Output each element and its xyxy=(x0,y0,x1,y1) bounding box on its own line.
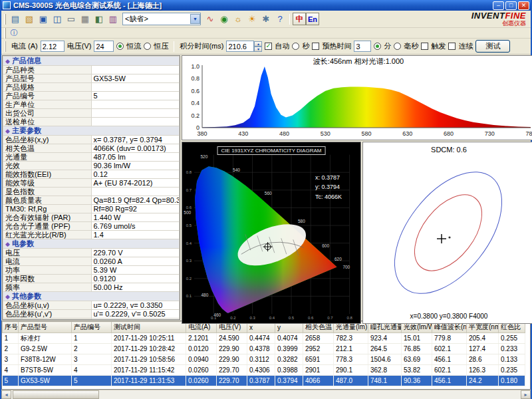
titlebar: CMS-3000S 光色电综合测试系统 - [上海德士] – □ ✕ xyxy=(1,0,531,11)
info-value[interactable]: A+ (EU 874-2012) xyxy=(91,179,180,188)
svg-text:430: 430 xyxy=(238,130,248,137)
info-icon[interactable]: ⓘ xyxy=(9,29,19,38)
results-column-header[interactable]: 序号 xyxy=(3,322,19,333)
close-button[interactable]: ✕ xyxy=(518,1,529,10)
sdcm-outer-ellipse xyxy=(373,153,523,313)
gear-icon[interactable]: ✱ xyxy=(259,13,273,26)
table-row[interactable]: 3F38T8-12W32017-11-29 10:58:560.0940229.… xyxy=(3,354,525,365)
scroll-right-icon[interactable]: ▸ xyxy=(521,390,531,399)
info-value[interactable]: 577.9 nm xyxy=(91,319,180,321)
svg-text:0.8: 0.8 xyxy=(191,75,200,82)
info-label: 产品编号 xyxy=(3,92,92,100)
info-value[interactable]: 487.05 lm xyxy=(91,153,180,162)
milliseconds-radio[interactable] xyxy=(394,43,401,50)
table-cell: 2.1201 xyxy=(186,333,217,344)
preset-dropdown[interactable]: <缺省> ▼ xyxy=(122,13,201,25)
table-cell: 3 xyxy=(3,354,19,365)
info-label: 生产单位 xyxy=(3,100,92,109)
test-button[interactable]: 测试 xyxy=(475,40,510,53)
table-cell: 362.8 xyxy=(368,365,402,376)
sun-icon[interactable]: ☀ xyxy=(245,13,259,26)
save-all-icon[interactable]: ◫ xyxy=(51,13,64,26)
constant-voltage-radio[interactable] xyxy=(144,43,151,50)
info-value[interactable] xyxy=(91,100,180,109)
preheat-input[interactable] xyxy=(354,41,371,52)
info-value[interactable] xyxy=(91,188,180,196)
new-file-icon[interactable]: ▤ xyxy=(9,13,22,26)
scrollbar-thumb[interactable] xyxy=(13,390,99,399)
info-value[interactable]: 1.440 W xyxy=(91,213,180,222)
lang-chinese-button[interactable]: 中 xyxy=(293,13,306,25)
info-value[interactable] xyxy=(91,66,180,74)
section-icon: ◆ xyxy=(5,58,10,65)
table-cell: 1504.6 xyxy=(368,354,402,365)
chart-icon[interactable]: ▥ xyxy=(106,13,120,26)
results-column-header[interactable]: 产品编号 xyxy=(72,322,112,333)
table-row[interactable]: 2G9-2.5W22017-11-29 10:28:420.0120229.90… xyxy=(3,344,525,354)
table-cell: 212.1 xyxy=(334,344,368,354)
cie-icon[interactable]: ◉ xyxy=(217,13,231,26)
integration-time-input[interactable] xyxy=(226,41,254,52)
sdcm-target-cross xyxy=(437,234,446,243)
constant-current-radio[interactable] xyxy=(116,43,124,50)
auto-checkbox[interactable] xyxy=(265,43,272,50)
preheat-checkbox[interactable] xyxy=(312,43,319,50)
print-icon[interactable]: ▭ xyxy=(65,13,78,26)
info-value[interactable] xyxy=(91,109,180,118)
info-value[interactable] xyxy=(91,83,180,92)
info-value[interactable]: 0.9120 xyxy=(91,275,180,283)
current-input[interactable] xyxy=(41,41,65,52)
minimize-button[interactable]: – xyxy=(493,1,504,10)
lamp-icon[interactable]: ☼ xyxy=(231,13,245,26)
scroll-left-icon[interactable]: ◂ xyxy=(1,390,11,399)
info-label: 红光蓝光光比(R/B) xyxy=(3,231,92,239)
info-label: 电流 xyxy=(3,257,92,266)
info-value[interactable]: Qa=81.9 Qf=82.4 Qp=80.3 Qg=90.1 xyxy=(91,196,180,205)
info-value[interactable]: 50.00 Hz xyxy=(91,283,180,292)
info-value[interactable]: 229.70 V xyxy=(91,249,180,257)
info-value[interactable]: 90.36 lm/W xyxy=(91,162,180,170)
help-icon[interactable]: ? xyxy=(273,13,287,26)
maximize-button[interactable]: □ xyxy=(505,1,517,10)
results-column-header[interactable]: 测试时间 xyxy=(112,322,186,333)
info-row: 光通量487.05 lm xyxy=(3,153,180,162)
info-row: 光合光子通量 (PPF)6.769 umol/s xyxy=(3,222,180,231)
open-file-icon[interactable]: ▧ xyxy=(23,13,36,26)
continuous-checkbox[interactable] xyxy=(448,43,456,50)
info-value[interactable]: 6.769 umol/s xyxy=(91,222,180,231)
horizontal-scrollbar[interactable]: ◂ ▸ xyxy=(1,390,531,399)
seconds-radio[interactable] xyxy=(292,43,299,50)
spectrum-icon[interactable]: ∿ xyxy=(203,13,217,26)
cie-diagram-panel: 0.10.20.30.40.50.60.70.80.10.20.30.40.50… xyxy=(182,142,361,324)
info-value[interactable]: 0.0260 A xyxy=(91,257,180,266)
table-cell: 0.0940 xyxy=(186,354,217,365)
info-value[interactable] xyxy=(91,118,180,126)
info-value[interactable]: 5.39 W xyxy=(91,266,180,275)
lang-english-button[interactable]: En xyxy=(306,13,319,25)
spin-down-icon[interactable]: ▾ xyxy=(254,47,262,52)
toolbar-grip xyxy=(4,28,6,39)
logo-text: INVENTFINE xyxy=(471,11,526,21)
minutes-radio[interactable] xyxy=(374,43,381,50)
info-value[interactable]: GX53-5W xyxy=(91,74,180,83)
table-row[interactable]: 1标准灯12017-11-29 10:25:112.120124.5900.44… xyxy=(3,333,525,344)
table-row[interactable]: 4B7ST8-5W42017-11-29 11:15:420.0260229.7… xyxy=(3,365,525,376)
table-row[interactable]: 5GX53-5W52017-11-29 11:31:530.0260229.70… xyxy=(3,376,525,386)
info-value[interactable]: Rf=80 Rg=92 xyxy=(91,205,180,213)
info-value[interactable]: 0.12 xyxy=(91,170,180,179)
info-value[interactable]: 5 xyxy=(91,92,180,100)
info-value[interactable]: 4066K (duv= 0.00173) xyxy=(91,144,180,153)
info-value[interactable]: 1.4 xyxy=(91,231,180,239)
table-cell: 4066 xyxy=(303,376,334,386)
info-value[interactable]: u'= 0.2229, v'= 0.5025 xyxy=(91,310,180,319)
spin-up-icon[interactable]: ▴ xyxy=(254,41,262,47)
info-value[interactable]: x= 0.3787, y= 0.3794 xyxy=(91,136,180,144)
results-column-header[interactable]: 产品型号 xyxy=(19,322,72,333)
info-value[interactable]: u= 0.2229, v= 0.3350 xyxy=(91,301,180,310)
chevron-down-icon[interactable]: ▼ xyxy=(190,14,200,24)
voltage-input[interactable] xyxy=(94,41,114,52)
calculator-icon[interactable]: ◧ xyxy=(92,13,106,26)
save-icon[interactable]: ▣ xyxy=(37,13,50,26)
report-icon[interactable]: ▦ xyxy=(78,13,92,26)
trigger-checkbox[interactable] xyxy=(421,43,428,50)
